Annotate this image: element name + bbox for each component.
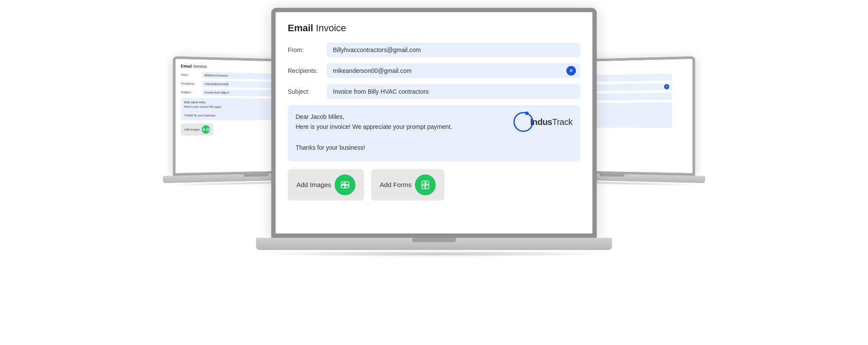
laptop-center-screen: Email Invoice From: Recipients: ×	[271, 8, 597, 238]
center-indus-text: IndusTrack	[530, 115, 572, 129]
center-from-label: From:	[288, 46, 327, 53]
left-add-images-label: Add Images	[184, 128, 200, 131]
center-screen-content: Email Invoice From: Recipients: ×	[276, 12, 592, 233]
center-add-images-button[interactable]: Add Images	[288, 169, 364, 200]
left-from-label: From:	[181, 73, 202, 76]
center-add-forms-icon	[415, 174, 436, 195]
scene: Email Invoice From: Billyhvaccontracto R…	[130, 8, 738, 338]
center-subject-input[interactable]	[327, 84, 580, 99]
center-title-normal: Invoice	[313, 23, 346, 33]
center-subject-input-wrap	[327, 84, 580, 99]
svg-rect-4	[341, 182, 349, 188]
center-email-title: Email Invoice	[288, 23, 580, 34]
center-add-images-label: Add Images	[296, 181, 331, 188]
center-from-input-wrap	[327, 43, 580, 57]
laptop-center-base	[256, 238, 612, 250]
center-body-line4: Thanks for your business!	[296, 143, 506, 153]
center-recipients-input[interactable]	[327, 63, 580, 78]
center-body-line1: Dear Jacob Miles,	[296, 112, 506, 122]
center-from-input[interactable]	[327, 43, 580, 57]
center-recipients-row: Recipients: ×	[288, 63, 580, 78]
center-body-text: Dear Jacob Miles, Here is your invoice! …	[296, 112, 506, 153]
center-indus-circle	[513, 112, 533, 132]
center-add-forms-label: Add Forms	[380, 181, 411, 188]
center-body-line3	[296, 132, 506, 143]
laptop-center: Email Invoice From: Recipients: ×	[256, 8, 612, 257]
left-add-images-button[interactable]: Add Images 🖼	[181, 123, 214, 135]
center-email-body: Dear Jacob Miles, Here is your invoice! …	[288, 105, 580, 161]
center-subject-row: Subject:	[288, 84, 580, 99]
center-recipients-input-wrap: ×	[327, 63, 580, 78]
center-add-forms-button[interactable]: Add Forms	[371, 169, 444, 200]
center-action-buttons: Add Images	[288, 169, 580, 200]
laptop-center-notch	[412, 238, 456, 242]
left-recipients-label: Recipients:	[181, 82, 202, 85]
center-from-row: From:	[288, 43, 580, 57]
center-recipients-label: Recipients:	[288, 67, 327, 74]
center-subject-label: Subject:	[288, 88, 327, 95]
right-x-button[interactable]: ×	[664, 84, 669, 89]
center-recipients-clear-button[interactable]: ×	[566, 66, 576, 76]
center-indus-dot	[525, 112, 529, 115]
center-add-images-icon	[335, 174, 355, 195]
left-add-images-icon: 🖼	[202, 125, 210, 134]
center-title-bold: Email	[288, 23, 313, 33]
left-subject-label: Subject:	[181, 90, 202, 94]
center-body-line2: Here is your invoice! We appreciate your…	[296, 122, 506, 132]
center-industrack-logo: IndusTrack	[513, 112, 572, 132]
laptop-center-shadow	[256, 251, 612, 257]
